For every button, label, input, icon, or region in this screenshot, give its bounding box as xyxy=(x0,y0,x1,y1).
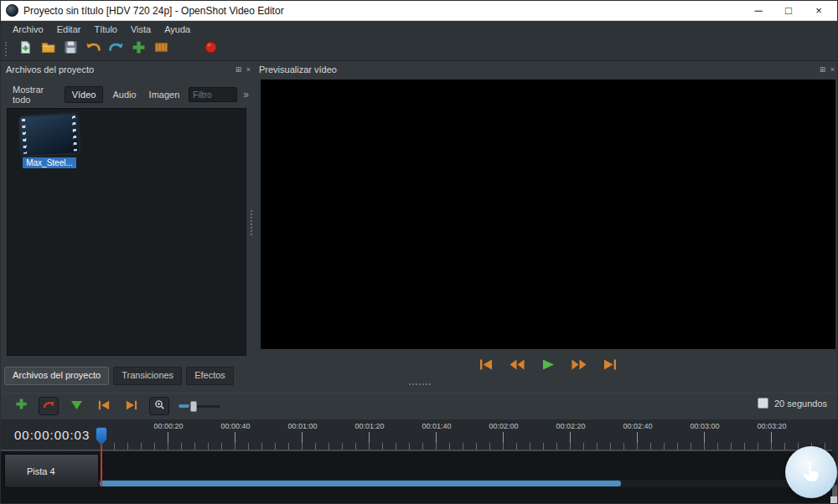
project-files-close-button[interactable]: × xyxy=(244,65,253,75)
tab-project-files[interactable]: Archivos del proyecto xyxy=(4,367,109,385)
menu-titulo[interactable]: Título xyxy=(87,23,124,36)
timeline-toolbar: 20 segundos xyxy=(1,393,838,418)
menu-archivo[interactable]: Archivo xyxy=(6,23,50,36)
watermark-logo xyxy=(785,446,837,498)
track-header[interactable]: Pista 4 xyxy=(4,454,99,488)
import-files-button[interactable] xyxy=(127,39,150,59)
panel-splitter-handle[interactable] xyxy=(251,210,252,235)
minimize-button[interactable]: ─ xyxy=(743,1,773,21)
playback-controls xyxy=(261,355,835,377)
menu-editar[interactable]: Editar xyxy=(50,23,88,36)
ruler-label: 00:02:00 xyxy=(489,422,518,430)
titlebar: Proyecto sin título [HDV 720 24p] - Open… xyxy=(1,1,838,21)
rewind-button[interactable] xyxy=(507,357,527,374)
tab-transitions[interactable]: Transiciones xyxy=(113,367,182,385)
ruler-label: 00:01:20 xyxy=(354,422,384,430)
jump-start-icon xyxy=(479,358,493,373)
menu-ayuda[interactable]: Ayuda xyxy=(158,23,197,36)
undo-icon xyxy=(85,40,101,58)
window-title: Proyecto sin título [HDV 720 24p] - Open… xyxy=(23,5,284,17)
ruler-label: 00:02:40 xyxy=(623,422,652,430)
project-files-list[interactable]: Max_Steel... xyxy=(7,108,246,356)
horizontal-splitter-handle[interactable] xyxy=(409,383,431,385)
ruler-label: 00:01:40 xyxy=(422,422,451,430)
next-marker-button[interactable] xyxy=(122,397,142,415)
zoom-slider[interactable] xyxy=(178,400,220,412)
file-name-label: Max_Steel... xyxy=(23,157,76,168)
preview-panel-title: Previsualizar vídeo xyxy=(259,64,337,75)
dock-tabs: Archivos del proyecto Transiciones Efect… xyxy=(4,367,234,385)
snapping-toggle-button[interactable] xyxy=(39,397,59,415)
zoom-tool-button[interactable] xyxy=(149,397,169,415)
ruler-label: 00:00:20 xyxy=(153,422,183,430)
filter-input[interactable] xyxy=(189,87,237,102)
zoom-scale-checkbox[interactable] xyxy=(758,398,768,409)
marker-down-triangle-icon xyxy=(70,399,83,414)
ruler-label: 00:02:20 xyxy=(556,422,585,430)
openshot-logo-icon xyxy=(6,4,18,17)
video-thumbnail xyxy=(20,114,79,155)
new-project-icon xyxy=(18,40,33,58)
zoom-slider-fill xyxy=(178,404,189,408)
add-track-button[interactable] xyxy=(11,397,31,415)
play-button[interactable] xyxy=(538,357,558,374)
next-marker-icon xyxy=(126,399,137,414)
maximize-button[interactable]: □ xyxy=(773,1,804,21)
horizontal-scrollbar-thumb[interactable] xyxy=(100,481,621,486)
fast-forward-icon xyxy=(572,358,587,373)
previous-marker-button[interactable] xyxy=(94,397,114,415)
redo-icon xyxy=(108,40,124,58)
ruler-label: 00:01:00 xyxy=(287,422,317,430)
add-marker-button[interactable] xyxy=(66,397,86,415)
choose-profile-button[interactable] xyxy=(150,39,173,59)
filter-show-all[interactable]: Mostrar todo xyxy=(9,82,59,107)
app-window: Proyecto sin título [HDV 720 24p] - Open… xyxy=(0,0,838,504)
export-video-button[interactable] xyxy=(199,39,222,59)
jump-start-button[interactable] xyxy=(476,357,496,374)
jump-end-icon xyxy=(603,358,617,373)
undo-button[interactable] xyxy=(82,39,105,59)
menu-vista[interactable]: Vista xyxy=(124,23,158,36)
new-project-button[interactable] xyxy=(14,39,37,59)
add-track-plus-icon xyxy=(15,398,28,414)
zoom-slider-handle[interactable] xyxy=(190,401,197,412)
fast-forward-button[interactable] xyxy=(569,357,589,374)
project-files-panel-title: Archivos del proyecto xyxy=(6,64,94,75)
previous-marker-icon xyxy=(98,399,110,414)
jump-end-button[interactable] xyxy=(600,357,620,374)
zoom-scale-group: 20 segundos xyxy=(758,398,827,409)
magnifier-icon xyxy=(154,399,165,414)
close-button[interactable]: × xyxy=(804,1,834,21)
filter-image[interactable]: Imagen xyxy=(146,87,184,102)
play-icon xyxy=(542,358,555,373)
project-files-float-button[interactable]: ⊞ xyxy=(234,65,243,75)
preview-float-button[interactable]: ⊞ xyxy=(818,65,827,75)
horizontal-scrollbar[interactable] xyxy=(97,480,830,487)
file-filter-row: Mostrar todo Vídeo Audio Imagen » xyxy=(9,85,249,105)
filter-video[interactable]: Vídeo xyxy=(65,86,104,103)
window-controls: ─ □ × xyxy=(743,1,834,21)
ruler-labels: 00:00:20 00:00:40 00:01:00 00:01:20 00:0… xyxy=(101,422,835,431)
filter-audio[interactable]: Audio xyxy=(109,87,139,102)
resize-corner[interactable] xyxy=(830,496,837,503)
toolbar-grip[interactable] xyxy=(5,42,9,56)
timecode-display: 00:00:00:03 xyxy=(14,428,90,442)
save-icon xyxy=(64,40,78,58)
main-toolbar xyxy=(1,37,838,61)
snapping-icon xyxy=(43,399,55,414)
film-sprockets-left xyxy=(22,118,27,153)
tab-effects[interactable]: Efectos xyxy=(186,367,234,385)
save-project-button[interactable] xyxy=(59,39,82,59)
export-record-icon xyxy=(204,40,218,58)
open-project-button[interactable] xyxy=(37,39,59,59)
redo-button[interactable] xyxy=(105,39,127,59)
film-sprockets-right xyxy=(72,116,77,151)
preview-close-button[interactable]: × xyxy=(828,65,837,75)
file-item[interactable]: Max_Steel... xyxy=(14,116,85,169)
rewind-icon xyxy=(510,358,525,373)
track-name-label: Pista 4 xyxy=(27,466,55,476)
track-area[interactable]: Pista 4 xyxy=(1,450,838,504)
filter-overflow-chevron[interactable]: » xyxy=(243,89,249,100)
playhead-line xyxy=(101,443,102,486)
zoom-scale-label: 20 segundos xyxy=(774,399,827,409)
